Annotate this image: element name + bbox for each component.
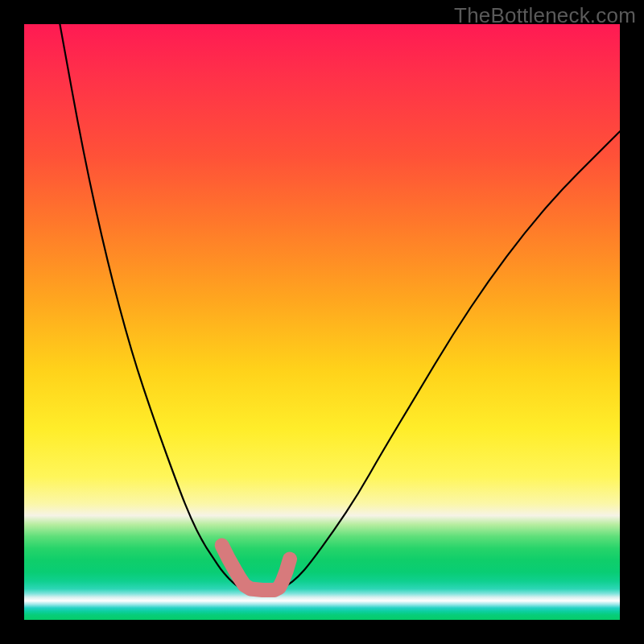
curves-layer — [24, 24, 620, 620]
plot-area — [24, 24, 620, 620]
curve-left — [60, 24, 250, 591]
optimal-region-marker — [222, 546, 290, 591]
curve-right — [275, 131, 620, 591]
watermark-text: TheBottleneck.com — [454, 3, 636, 28]
chart-frame: TheBottleneck.com — [0, 0, 644, 644]
